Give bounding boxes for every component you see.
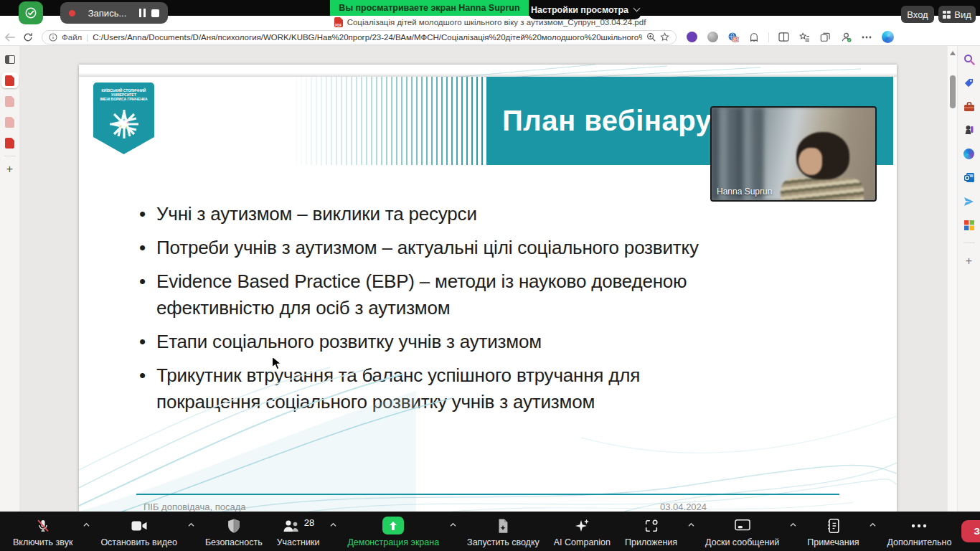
tab-pdf-active[interactable] bbox=[1, 72, 19, 88]
ghost-extension-icon[interactable] bbox=[748, 31, 760, 44]
participants-icon bbox=[282, 518, 301, 534]
unmute-button[interactable]: Включить звук bbox=[9, 514, 77, 549]
split-screen-icon[interactable] bbox=[777, 31, 790, 44]
logo-starburst-icon bbox=[107, 107, 141, 141]
view-settings-dropdown[interactable]: Настройки просмотра bbox=[529, 0, 641, 19]
microsoft-365-icon[interactable] bbox=[963, 219, 975, 231]
info-icon[interactable] bbox=[49, 33, 57, 42]
new-tab-button[interactable]: + bbox=[1, 161, 19, 177]
favorites-list-icon[interactable] bbox=[798, 31, 811, 44]
share-screen-chevron[interactable] bbox=[449, 516, 457, 533]
participant-shirt bbox=[781, 178, 864, 202]
enter-button[interactable]: Вход bbox=[901, 6, 934, 23]
recording-dot-icon bbox=[69, 10, 75, 17]
toolbox-icon[interactable] bbox=[963, 100, 975, 113]
stop-recording-icon[interactable] bbox=[151, 9, 159, 17]
collections-icon[interactable] bbox=[819, 31, 831, 44]
tab-pdf-2[interactable] bbox=[1, 93, 19, 109]
slide-footer-line bbox=[136, 494, 839, 495]
screen-share-banner: Вы просматриваете экран Hanna Suprun bbox=[330, 0, 529, 16]
share-screen-icon bbox=[382, 517, 404, 534]
stop-video-chevron[interactable] bbox=[187, 516, 195, 533]
ai-companion-button[interactable]: AI Companion bbox=[550, 514, 615, 549]
tab-actions-button[interactable] bbox=[1, 52, 19, 67]
bullet-item: Етапи соціального розвитку учнів з аутиз… bbox=[138, 329, 887, 355]
participants-count: 28 bbox=[304, 517, 314, 528]
vertical-tab-strip: + bbox=[0, 46, 20, 512]
participant-name-label: Hanna Suprun bbox=[717, 187, 772, 197]
security-shield-icon[interactable] bbox=[19, 1, 43, 24]
refresh-button[interactable] bbox=[19, 32, 37, 42]
mouse-cursor bbox=[271, 356, 282, 371]
view-button[interactable]: Вид bbox=[938, 6, 976, 23]
recording-label: Запись... bbox=[81, 8, 133, 19]
whiteboard-icon bbox=[734, 517, 751, 534]
pdf-scrollbar[interactable] bbox=[947, 46, 957, 512]
search-icon[interactable] bbox=[963, 53, 975, 65]
unmute-chevron[interactable] bbox=[83, 516, 90, 533]
favorite-star-icon[interactable] bbox=[660, 32, 669, 42]
scroll-up-arrow[interactable] bbox=[950, 51, 956, 55]
slide-title: План вебінару bbox=[488, 105, 712, 137]
whiteboards-button[interactable]: Доски сообщений bbox=[701, 514, 783, 549]
participants-chevron[interactable] bbox=[329, 516, 337, 533]
translate-us-icon[interactable]: US bbox=[727, 31, 740, 44]
zoom-bottom-toolbar: Включить звук Остановить видео Безопасно… bbox=[0, 512, 980, 551]
slide-bullet-list: Учні з аутизмом – виклики та ресурси Пот… bbox=[138, 201, 887, 423]
tab-pdf-4[interactable] bbox=[1, 135, 19, 151]
sidebar-add-icon[interactable]: + bbox=[963, 255, 975, 267]
share-screen-button[interactable]: Демонстрация экрана bbox=[343, 514, 443, 549]
bullet-item: Evidence Based Practice (EBP) – методи і… bbox=[138, 268, 887, 321]
bullet-item: Трикутник втручання та баланс успішного … bbox=[138, 362, 887, 415]
apps-button[interactable]: Приложения bbox=[621, 514, 682, 549]
bullet-item: Потреби учнів з аутизмом – актуальні ціл… bbox=[138, 235, 887, 261]
copilot-icon[interactable] bbox=[881, 31, 894, 44]
notes-chevron[interactable] bbox=[869, 516, 877, 533]
end-meeting-button[interactable]: Завершение bbox=[961, 520, 980, 542]
outlook-icon[interactable] bbox=[963, 171, 975, 184]
camera-icon bbox=[131, 517, 148, 534]
games-icon[interactable] bbox=[963, 124, 975, 136]
chevron-down-icon bbox=[633, 5, 641, 12]
edge-sidebar: + bbox=[957, 46, 980, 512]
apps-icon bbox=[644, 517, 659, 534]
apps-chevron[interactable] bbox=[687, 516, 695, 533]
shield-icon bbox=[227, 517, 241, 534]
address-url: C:/Users/Anna/Documents/D/Аня/психология… bbox=[93, 33, 642, 42]
whiteboards-chevron[interactable] bbox=[789, 516, 797, 533]
mic-muted-icon bbox=[35, 517, 51, 534]
scrollbar-thumb[interactable] bbox=[950, 75, 956, 108]
browser-more-menu-icon[interactable] bbox=[860, 31, 873, 44]
browser-essentials-icon[interactable] bbox=[963, 148, 975, 160]
start-summary-button[interactable]: Запустить сводку bbox=[463, 514, 544, 549]
stop-video-button[interactable]: Остановить видео bbox=[96, 514, 182, 549]
pdf-file-icon: PDF bbox=[334, 17, 343, 27]
notes-button[interactable]: Примечания bbox=[803, 514, 863, 549]
slide-footer-author: ПІБ доповідача, посада bbox=[143, 501, 246, 512]
slide-footer-date: 03.04.2024 bbox=[660, 501, 707, 512]
notes-icon bbox=[826, 517, 840, 534]
webcam-overlay[interactable]: Hanna Suprun bbox=[710, 106, 877, 202]
tab-pdf-3[interactable] bbox=[1, 114, 19, 130]
pause-recording-icon[interactable] bbox=[139, 9, 146, 17]
shopping-icon[interactable] bbox=[963, 77, 975, 89]
participant-face bbox=[798, 148, 822, 175]
back-button[interactable] bbox=[0, 33, 19, 42]
grid-view-icon bbox=[943, 11, 951, 19]
translator-extension-icon[interactable] bbox=[685, 31, 698, 44]
participants-button[interactable]: 28 Участники bbox=[273, 514, 324, 549]
ai-sparkle-icon bbox=[573, 517, 590, 534]
profile-synced-icon[interactable] bbox=[839, 31, 852, 44]
address-scheme: Файл bbox=[62, 33, 82, 42]
more-dots-icon bbox=[911, 517, 927, 534]
bullet-item: Учні з аутизмом – виклики та ресурси bbox=[138, 201, 887, 227]
security-button[interactable]: Безопасность bbox=[201, 514, 267, 549]
address-bar[interactable]: Файл | C:/Users/Anna/Documents/D/Аня/пси… bbox=[42, 30, 677, 44]
recording-pill: Запись... bbox=[60, 2, 168, 24]
more-button[interactable]: Дополнительно bbox=[882, 514, 956, 549]
zoom-in-icon[interactable] bbox=[646, 32, 656, 42]
profile-sphere-icon[interactable] bbox=[706, 31, 719, 44]
extensions-row: US bbox=[685, 31, 894, 44]
header-stripes bbox=[291, 77, 488, 165]
messenger-icon[interactable] bbox=[963, 195, 975, 207]
